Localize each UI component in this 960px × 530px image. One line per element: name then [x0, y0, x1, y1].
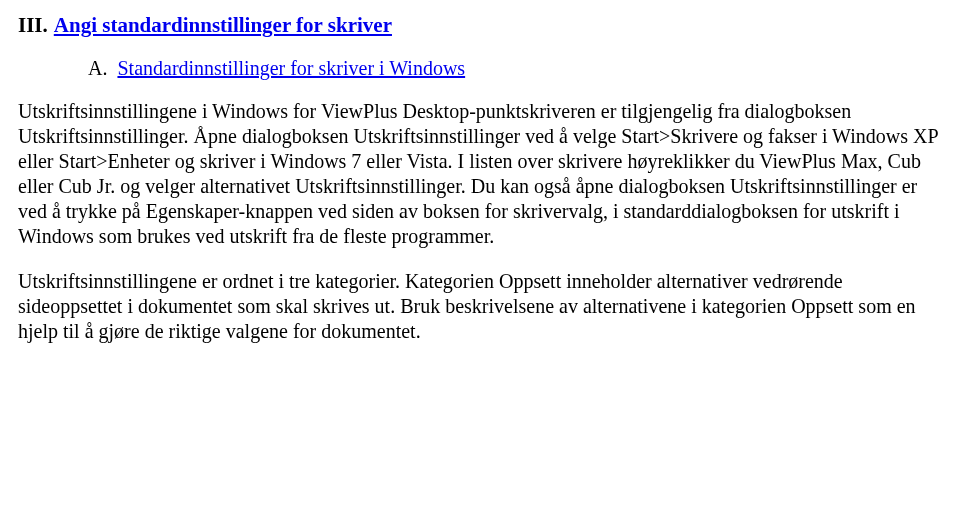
subheading-link[interactable]: Standardinnstillinger for skriver i Wind…	[117, 56, 465, 81]
subsection-heading: A. Standardinnstillinger for skriver i W…	[88, 56, 942, 81]
paragraph-2: Utskriftsinnstillingene er ordnet i tre …	[18, 269, 942, 344]
subheading-prefix: A.	[88, 56, 107, 81]
heading-prefix: III.	[18, 12, 48, 38]
heading-link[interactable]: Angi standardinnstillinger for skriver	[54, 12, 392, 38]
paragraph-1: Utskriftsinnstillingene i Windows for Vi…	[18, 99, 942, 249]
section-heading: III. Angi standardinnstillinger for skri…	[18, 12, 942, 38]
